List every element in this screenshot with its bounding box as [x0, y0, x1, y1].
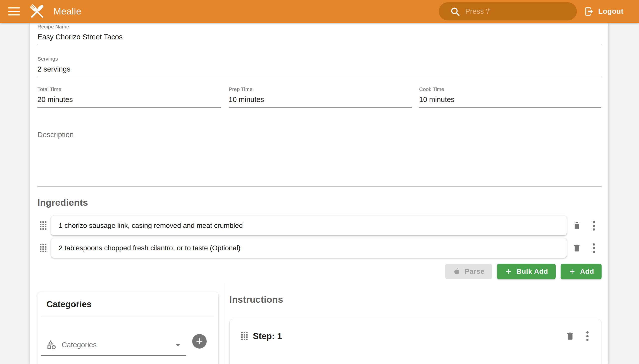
kebab-icon: [593, 221, 595, 230]
servings-value[interactable]: 2 servings: [38, 65, 601, 74]
kebab-icon: [586, 331, 589, 341]
search-icon: [450, 6, 460, 17]
step-menu-button[interactable]: [586, 331, 589, 341]
ingredient-text: 1 chorizo sausage link, casing removed a…: [59, 222, 243, 230]
field-underline: [229, 107, 412, 108]
column-divider: [224, 283, 224, 364]
logout-label: Logout: [598, 7, 623, 16]
menu-icon[interactable]: [8, 6, 20, 17]
drag-handle-icon[interactable]: [40, 222, 46, 230]
field-underline: [38, 77, 601, 77]
mealie-recipe-editor-screen: Mealie Logout Recipe Name Easy Chorizo S…: [0, 0, 639, 364]
ingredient-row: 2 tablespoons chopped fresh cilantro, or…: [38, 238, 601, 258]
delete-step-button[interactable]: [565, 331, 575, 341]
ingredients-section-title: Ingredients: [38, 198, 88, 208]
add-label: Add: [580, 268, 594, 276]
bulk-add-button[interactable]: Bulk Add: [497, 264, 556, 279]
add-ingredient-button[interactable]: Add: [561, 264, 601, 279]
ingredient-row: 1 chorizo sausage link, casing removed a…: [38, 216, 601, 235]
parse-label: Parse: [465, 268, 485, 276]
prep-time-field[interactable]: Prep Time 10 minutes: [229, 86, 412, 108]
field-underline: [38, 45, 601, 45]
ingredient-text: 2 tablespoons chopped fresh cilantro, or…: [59, 244, 240, 252]
total-time-label: Total Time: [38, 86, 221, 92]
cook-time-label: Cook Time: [419, 86, 601, 92]
total-time-value[interactable]: 20 minutes: [38, 95, 221, 104]
logout-icon: [584, 6, 594, 16]
search-box[interactable]: [439, 2, 577, 20]
field-underline: [38, 186, 601, 187]
prep-time-value[interactable]: 10 minutes: [229, 95, 412, 104]
plus-icon: [504, 268, 512, 276]
step-header: Step: 1: [230, 328, 601, 344]
ingredient-menu-button[interactable]: [593, 221, 595, 230]
ingredient-input[interactable]: 2 tablespoons chopped fresh cilantro, or…: [51, 238, 567, 258]
plus-icon: [568, 268, 576, 276]
servings-label: Servings: [38, 56, 601, 62]
kebab-icon: [593, 243, 595, 253]
ingredient-actions: Parse Bulk Add Add: [38, 264, 601, 279]
instruction-step-card: Step: 1 Combine crumbled chorizo and chi…: [229, 319, 601, 364]
trash-icon: [565, 331, 575, 341]
ingredient-input[interactable]: 1 chorizo sausage link, casing removed a…: [51, 216, 567, 235]
step-title: Step: 1: [253, 331, 565, 341]
description-field[interactable]: Description: [38, 131, 601, 139]
delete-ingredient-button[interactable]: [572, 221, 581, 230]
apple-icon: [453, 268, 461, 276]
chevron-down-icon[interactable]: [173, 340, 183, 350]
drag-handle-icon[interactable]: [241, 332, 248, 340]
recipe-name-label: Recipe Name: [38, 24, 601, 30]
mealie-logo-silverware-icon[interactable]: [28, 2, 47, 21]
categories-select[interactable]: Categories: [41, 334, 186, 356]
trash-icon: [572, 244, 581, 252]
trash-icon: [572, 221, 581, 230]
cook-time-value[interactable]: 10 minutes: [419, 95, 601, 104]
add-category-button[interactable]: [192, 334, 207, 348]
bulk-add-label: Bulk Add: [516, 268, 548, 276]
total-time-field[interactable]: Total Time 20 minutes: [38, 86, 221, 108]
servings-field[interactable]: Servings 2 servings: [38, 56, 601, 77]
instructions-section-title: Instructions: [229, 294, 283, 305]
drag-handle-icon[interactable]: [40, 244, 46, 252]
search-input[interactable]: [465, 7, 570, 16]
shapes-icon: [46, 340, 57, 350]
app-title: Mealie: [53, 0, 81, 23]
categories-select-label: Categories: [62, 341, 173, 349]
ingredient-menu-button[interactable]: [593, 243, 595, 253]
card-divider: [41, 316, 214, 316]
recipe-name-field[interactable]: Recipe Name Easy Chorizo Street Tacos: [38, 24, 601, 45]
recipe-name-value[interactable]: Easy Chorizo Street Tacos: [38, 33, 601, 42]
description-label: Description: [38, 131, 601, 139]
delete-ingredient-button[interactable]: [572, 244, 581, 252]
field-underline: [419, 107, 601, 108]
cook-time-field[interactable]: Cook Time 10 minutes: [419, 86, 601, 108]
categories-title: Categories: [46, 299, 219, 309]
recipe-editor-card: Recipe Name Easy Chorizo Street Tacos Se…: [30, 23, 608, 364]
field-underline: [38, 107, 221, 108]
parse-button[interactable]: Parse: [445, 264, 492, 279]
prep-time-label: Prep Time: [229, 86, 412, 92]
app-bar: Mealie Logout: [0, 0, 639, 23]
categories-card: Categories Categories: [38, 292, 219, 364]
plus-icon: [194, 336, 204, 346]
logout-button[interactable]: Logout: [584, 0, 623, 23]
